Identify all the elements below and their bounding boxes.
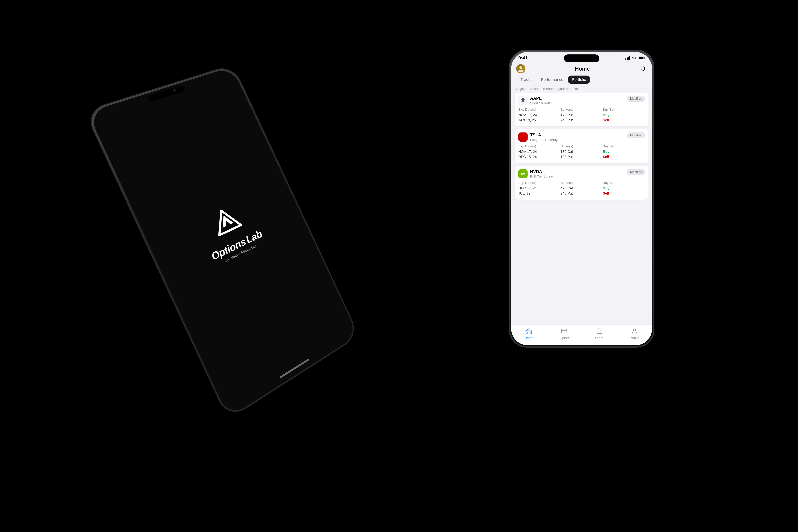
table-row: DEC 17, 24 420 Call Buy — [518, 186, 645, 190]
nav-explore[interactable]: Explore — [555, 327, 573, 340]
aapl-action-2: Sell — [603, 118, 645, 122]
app-logo — [203, 199, 248, 242]
svg-text:NV: NV — [521, 173, 525, 176]
tsla-trade-table: Exp Date(s) Strike(s) Buy/Sell NOV 17, 2… — [518, 144, 645, 159]
header-avatar[interactable] — [516, 64, 526, 73]
right-phone-body: 9:41 — [509, 50, 654, 347]
scene: Options Lab By Native Financials — [115, 36, 683, 496]
svg-point-9 — [519, 66, 522, 69]
wifi-icon — [632, 56, 637, 60]
nvda-action-2: Sell — [603, 191, 645, 195]
col-exp: Exp Date(s) — [518, 108, 560, 112]
tab-trades[interactable]: Trades — [516, 76, 537, 84]
notch — [147, 85, 186, 102]
portfolio-subtitle: Adjust our example trade to your portfol… — [511, 86, 652, 93]
tsla-strike-2: 190 Put — [560, 155, 603, 159]
right-volume-down-button — [509, 111, 510, 125]
nav-home[interactable]: Home — [520, 327, 538, 340]
right-phone: 9:41 — [509, 50, 654, 347]
status-time: 9:41 — [518, 55, 528, 61]
learn-icon — [595, 327, 603, 335]
svg-rect-12 — [562, 329, 567, 333]
splash-content: Options Lab By Native Financials — [193, 195, 266, 268]
svg-rect-6 — [629, 56, 630, 60]
tsla-trade-info: TSLA Long Iron Butterfly — [530, 132, 557, 142]
left-phone: Options Lab By Native Financials — [84, 64, 359, 420]
nav-home-label: Home — [525, 336, 533, 340]
tsla-symbol: TSLA — [530, 132, 557, 138]
nvda-badge: Modified — [627, 169, 645, 175]
col-exp: Exp Date(s) — [518, 144, 560, 148]
aapl-logo — [518, 96, 528, 105]
svg-text:T: T — [522, 135, 524, 139]
col-exp: Exp Date(s) — [518, 181, 560, 185]
nav-profile[interactable]: Profile — [626, 327, 643, 340]
tsla-logo: T — [518, 132, 528, 142]
nav-learn-label: Learn — [595, 336, 604, 340]
trade-card-tsla[interactable]: T TSLA Long Iron Butterfly Modified — [515, 129, 648, 163]
nvda-exp-2: JUL, 19 — [518, 191, 560, 195]
tab-performance[interactable]: Performance — [537, 76, 568, 84]
battery-icon — [639, 56, 645, 60]
nav-explore-label: Explore — [558, 336, 570, 340]
aapl-strike-1: 170 Put — [560, 113, 603, 117]
trade-card-aapl[interactable]: AAPL Short Straddle Modified Exp Date(s)… — [515, 93, 648, 127]
col-strike: Strike(s) — [560, 181, 603, 185]
left-phone-body: Options Lab By Native Financials — [84, 64, 359, 420]
trades-list: AAPL Short Straddle Modified Exp Date(s)… — [511, 93, 652, 324]
header-title: Home — [575, 66, 590, 72]
nvda-strike-2: 245 Put — [560, 191, 603, 195]
col-strike: Strike(s) — [560, 108, 603, 112]
svg-point-14 — [633, 329, 636, 331]
nvda-strike-1: 420 Call — [560, 186, 603, 190]
nvda-trade-info: NVDA Bull Call Spread — [530, 169, 554, 178]
nvda-strategy: Bull Call Spread — [530, 174, 554, 178]
left-phone-screen: Options Lab By Native Financials — [88, 67, 357, 416]
tsla-strategy: Long Iron Butterfly — [530, 138, 557, 142]
table-row: NOV 17, 24 180 Call Buy — [518, 150, 645, 154]
right-power-button — [654, 95, 654, 113]
col-strike: Strike(s) — [560, 144, 603, 148]
col-action: Buy/Sell — [603, 181, 645, 185]
nvda-symbol: NVDA — [530, 169, 554, 174]
aapl-symbol: AAPL — [530, 96, 551, 101]
home-icon — [525, 327, 533, 335]
home-indicator — [280, 358, 310, 378]
nav-profile-label: Profile — [630, 336, 639, 340]
table-row: JAN 19, 25 245 Put Sell — [518, 118, 645, 122]
svg-rect-3 — [625, 58, 626, 60]
dynamic-island — [564, 54, 600, 62]
trade-card-nvda[interactable]: NV NVDA Bull Call Spread Modified — [515, 166, 648, 200]
table-row: NOV 17, 24 170 Put Buy — [518, 113, 645, 117]
table-row: DEC 15, 24 190 Put Sell — [518, 155, 645, 159]
bell-button[interactable] — [639, 65, 647, 73]
profile-icon — [631, 327, 639, 335]
right-phone-screen: 9:41 — [511, 52, 652, 345]
col-action: Buy/Sell — [603, 144, 645, 148]
svg-rect-8 — [639, 57, 644, 59]
tab-portfolio[interactable]: Portfolio — [568, 76, 590, 84]
status-icons — [625, 56, 645, 60]
signal-icon — [625, 56, 630, 60]
aapl-trade-info: AAPL Short Straddle — [530, 96, 551, 105]
bottom-nav: Home Explore — [511, 324, 652, 345]
aapl-action-1: Buy — [603, 113, 645, 117]
tsla-badge: Modified — [627, 132, 645, 138]
nvda-trade-table: Exp Date(s) Strike(s) Buy/Sell DEC 17, 2… — [518, 181, 645, 195]
nvda-action-1: Buy — [603, 186, 645, 190]
table-row: JUL, 19 245 Put Sell — [518, 191, 645, 195]
right-volume-up-button — [509, 91, 510, 106]
aapl-exp-2: JAN 19, 25 — [518, 118, 560, 122]
tsla-strike-1: 180 Call — [560, 150, 603, 154]
right-mute-button — [509, 82, 510, 91]
aapl-badge: Modified — [627, 96, 645, 101]
app-tabs: Trades Performance Portfolio — [511, 76, 652, 86]
nav-learn[interactable]: Learn — [590, 327, 608, 340]
svg-rect-5 — [628, 57, 629, 60]
app-header: Home — [511, 62, 652, 76]
explore-icon — [560, 327, 568, 335]
nvda-exp-1: DEC 17, 24 — [518, 186, 560, 190]
nvda-logo: NV — [518, 169, 528, 178]
tsla-exp-2: DEC 15, 24 — [518, 155, 560, 159]
app-content: Home Trades Performance Portfolio — [511, 62, 652, 345]
